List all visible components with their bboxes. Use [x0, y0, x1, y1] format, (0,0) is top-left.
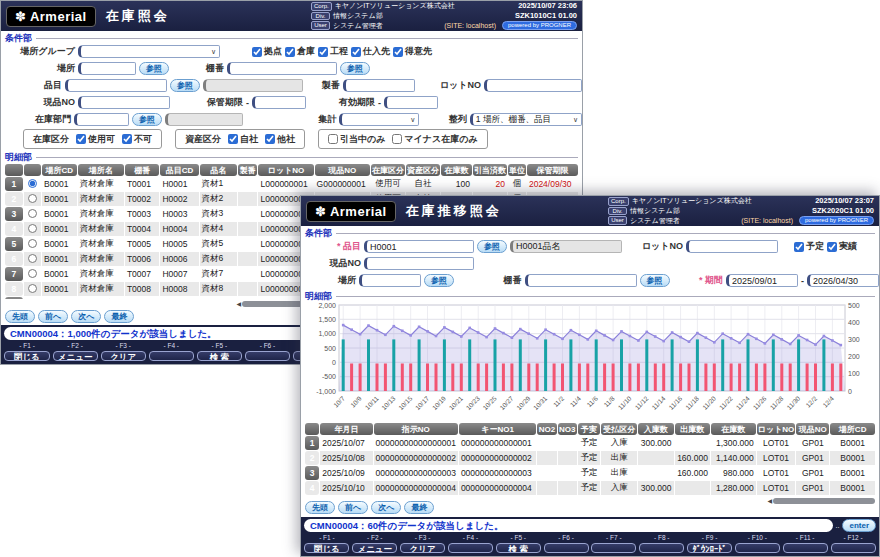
checkbox-souko[interactable]: 倉庫 — [285, 45, 315, 58]
checkbox-plan[interactable]: 予定 — [794, 240, 824, 253]
item-input[interactable] — [364, 240, 474, 253]
row-select-radio[interactable] — [28, 284, 37, 293]
cell: 資材3 — [200, 207, 237, 221]
row-select-cell[interactable] — [24, 177, 41, 191]
shiiresaki-checkbox[interactable] — [351, 47, 361, 57]
f3-button[interactable]: クリア — [101, 351, 146, 362]
f2-button[interactable]: メニュー — [352, 543, 397, 554]
dept-ref-button[interactable]: 参照 — [132, 113, 162, 126]
scroll-left-icon[interactable]: ◀ — [767, 498, 772, 504]
row-select-radio[interactable] — [28, 299, 37, 300]
checkbox-usable[interactable]: 使用可 — [76, 133, 115, 146]
f9-button[interactable]: ﾀﾞｳﾝﾛｰﾄﾞ — [687, 543, 732, 554]
checkbox-tokuisaki[interactable]: 得意先 — [393, 45, 432, 58]
row-select-cell[interactable] — [24, 267, 41, 281]
row-select-radio[interactable] — [28, 179, 37, 188]
checkbox-actual[interactable]: 実績 — [827, 240, 857, 253]
lot-input[interactable] — [484, 79, 582, 92]
f1-button[interactable]: 閉じる — [4, 351, 49, 362]
row-select-cell[interactable] — [24, 252, 41, 266]
actual-checkbox[interactable] — [827, 242, 837, 252]
plan-checkbox[interactable] — [794, 242, 804, 252]
table-row[interactable]: 1B0001資材倉庫T0001H0001資材1L000000001G000000… — [5, 177, 578, 191]
enter-button[interactable]: enter — [842, 519, 876, 532]
f5-button[interactable]: 検 索 — [197, 351, 242, 362]
f1-button[interactable]: 閉じる — [304, 543, 349, 554]
genpin-input[interactable] — [364, 257, 474, 270]
checkbox-kyoten[interactable]: 拠点 — [252, 45, 282, 58]
row-select-radio[interactable] — [28, 209, 37, 218]
shelf-ref-button[interactable]: 参照 — [340, 62, 370, 75]
checkbox-unusable[interactable]: 不可 — [122, 133, 152, 146]
place-ref-button[interactable]: 参照 — [139, 62, 169, 75]
unusable-checkbox[interactable] — [122, 134, 132, 144]
f5-button[interactable]: 検 索 — [496, 543, 541, 554]
checkbox-shiiresaki[interactable]: 仕入先 — [351, 45, 390, 58]
page-last-button[interactable]: 最終 — [104, 310, 134, 323]
page-last-button[interactable]: 最終 — [404, 501, 434, 514]
shelf-ref-button[interactable]: 参照 — [640, 274, 670, 287]
souko-checkbox[interactable] — [285, 47, 295, 57]
checkbox-other[interactable]: 他社 — [265, 133, 295, 146]
tokuisaki-checkbox[interactable] — [393, 47, 403, 57]
page-first-button[interactable]: 先頭 — [305, 501, 335, 514]
shelf-input[interactable] — [227, 62, 337, 75]
row-select-cell[interactable] — [24, 297, 41, 299]
minus-only-checkbox[interactable] — [392, 134, 402, 144]
scroll-left-icon[interactable]: ◀ — [236, 301, 241, 307]
checkbox-allocated-only[interactable]: 引当中のみ — [328, 133, 385, 146]
own-checkbox[interactable] — [228, 134, 238, 144]
checkbox-minus-only[interactable]: マイナス在庫のみ — [392, 133, 477, 146]
row-select-radio[interactable] — [28, 224, 37, 233]
allocated-only-checkbox[interactable] — [328, 134, 338, 144]
place-input[interactable] — [359, 274, 421, 287]
period-from-input[interactable] — [726, 274, 798, 287]
checkbox-own[interactable]: 自社 — [228, 133, 258, 146]
place-input[interactable] — [78, 62, 136, 75]
page-next-button[interactable]: 次へ — [71, 310, 101, 323]
hokan-limit-input[interactable] — [252, 96, 306, 109]
row-select-radio[interactable] — [28, 269, 37, 278]
dept-input[interactable] — [74, 113, 129, 126]
row-select-cell[interactable] — [24, 222, 41, 236]
row-select-cell[interactable] — [24, 207, 41, 221]
fkey-slot-f7: - F7 - — [590, 535, 638, 553]
kyoten-checkbox[interactable] — [252, 47, 262, 57]
genpin-input[interactable] — [78, 96, 170, 109]
scrollbar-thumb[interactable] — [773, 498, 875, 504]
item-ref-button[interactable]: 参照 — [170, 79, 200, 92]
seiban-input[interactable] — [343, 79, 415, 92]
page-prev-button[interactable]: 前へ — [338, 501, 368, 514]
item-ref-button[interactable]: 参照 — [477, 240, 507, 253]
cell — [238, 252, 258, 266]
page-first-button[interactable]: 先頭 — [5, 310, 35, 323]
sum-select[interactable]: ∨ — [339, 113, 419, 126]
page-next-button[interactable]: 次へ — [371, 501, 401, 514]
checkbox-koutei[interactable]: 工程 — [318, 45, 348, 58]
table-row[interactable]: 42025/10/1000000000000000004000000000000… — [305, 481, 875, 495]
yuko-limit-input[interactable] — [384, 96, 438, 109]
table-row[interactable]: 12025/10/0700000000000000001000000000000… — [305, 436, 875, 450]
f3-button[interactable]: クリア — [400, 543, 445, 554]
lot-input[interactable] — [686, 240, 778, 253]
koutei-checkbox[interactable] — [318, 47, 328, 57]
row-select-cell[interactable] — [24, 282, 41, 296]
period-to-input[interactable] — [807, 274, 879, 287]
row-select-cell[interactable] — [24, 192, 41, 206]
shelf-input[interactable] — [525, 274, 637, 287]
f2-button[interactable]: メニュー — [53, 351, 98, 362]
place-group-select[interactable]: ∨ — [78, 45, 220, 58]
row-select-radio[interactable] — [28, 194, 37, 203]
item-input[interactable] — [65, 79, 167, 92]
usable-checkbox[interactable] — [76, 134, 86, 144]
cell: 資材倉庫 — [78, 282, 124, 296]
place-ref-button[interactable]: 参照 — [424, 274, 454, 287]
row-select-radio[interactable] — [28, 239, 37, 248]
table-row[interactable]: 22025/10/0800000000000000002000000000000… — [305, 451, 875, 465]
other-checkbox[interactable] — [265, 134, 275, 144]
page-prev-button[interactable]: 前へ — [38, 310, 68, 323]
sort-select[interactable]: 1 場所、棚番、品目∨ — [470, 113, 582, 126]
row-select-radio[interactable] — [28, 254, 37, 263]
table-row[interactable]: 32025/10/0900000000000000003000000000000… — [305, 466, 875, 480]
row-select-cell[interactable] — [24, 237, 41, 251]
